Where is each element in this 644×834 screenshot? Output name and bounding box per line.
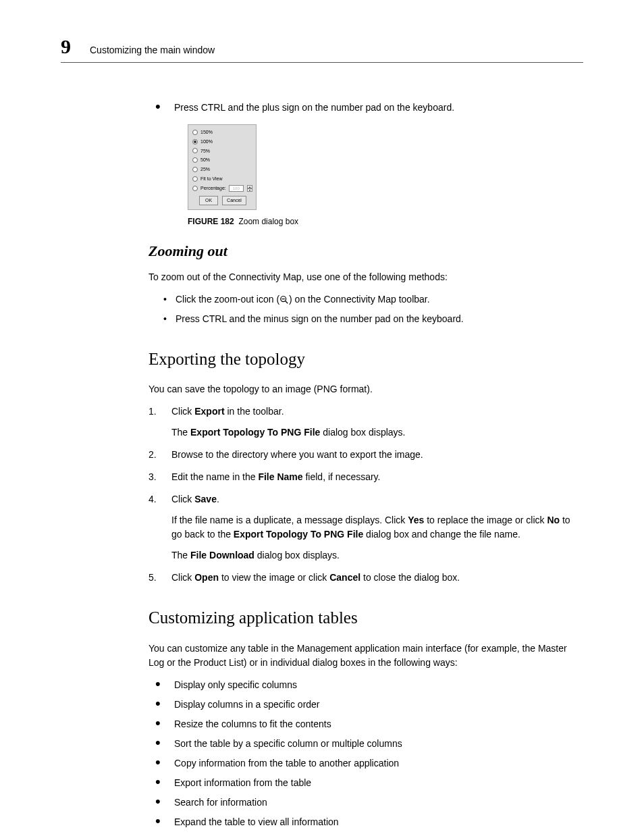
text: dialog box displays. [320,427,405,438]
zoom-option-fit[interactable]: Fit to View [192,176,253,182]
figure-title: Zoom dialog box [238,217,298,226]
text-bold: File Download [190,550,254,561]
text: dialog box and change the file name. [363,529,520,540]
zoom-dialog-figure: 150% 100% 75% 50% 25% Fit to View [188,124,583,210]
text-bold: Yes [408,515,424,525]
spinner[interactable]: ▴▾ [247,185,252,192]
zoom-option-50[interactable]: 50% [192,157,253,163]
text: ) on the Connectivity Map toolbar. [289,294,430,305]
dialog-buttons: OK Cancel [192,196,253,205]
radio-icon [192,139,198,145]
text: field, if necessary. [303,471,381,482]
export-step-1: Click Export in the toolbar. The Export … [149,405,583,440]
figure-number: FIGURE 182 [188,217,234,226]
radio-icon [192,157,198,163]
text: . [217,494,219,504]
tables-bullet: Sort the table by a specific column or m… [155,737,583,751]
cancel-button[interactable]: Cancel [222,196,246,205]
text-bold: Export Topology To PNG File [190,427,320,438]
text: Click [171,406,194,417]
text-bold: Save [194,494,217,504]
zoom-option-label: 100% [200,138,213,145]
text-bold: File Name [258,471,302,482]
tables-bullets: Display only specific columns Display co… [155,678,583,829]
tables-bullet: Display columns in a specific order [155,698,583,712]
zoom-option-25[interactable]: 25% [192,166,253,173]
text: in the toolbar. [225,406,284,417]
text: The [171,427,190,438]
text: Click [171,572,194,583]
zoom-option-label: 25% [200,166,210,173]
exporting-heading: Exporting the topology [149,346,583,372]
text: Click the zoom-out icon ( [176,294,279,305]
text: to replace the image or click [424,515,547,525]
zoom-option-75[interactable]: 75% [192,148,253,155]
text: Click [171,494,194,504]
tables-bullet: Resize the columns to fit the contents [155,717,583,731]
radio-icon [192,148,198,153]
zoom-option-100[interactable]: 100% [192,138,253,145]
export-step-4: Click Save. If the file name is a duplic… [149,492,583,563]
zooming-out-heading: Zooming out [149,240,583,262]
zoom-dialog: 150% 100% 75% 50% 25% Fit to View [188,124,257,210]
text: to close the dialog box. [360,572,460,583]
tables-bullet: Display only specific columns [155,678,583,692]
tables-bullet: Expand the table to view all information [155,815,583,829]
text: The [171,550,190,561]
chapter-number: 9 [61,35,71,58]
zoom-out-bullet-ctrl: Press CTRL and the minus sign on the num… [163,312,583,326]
zoom-out-icon [279,295,289,305]
text: to view the image or click [219,572,329,583]
zoom-out-bullet-icon: Click the zoom-out icon () on the Connec… [163,292,583,307]
export-step-2: Browse to the directory where you want t… [149,448,583,462]
export-steps: Click Export in the toolbar. The Export … [149,405,583,585]
radio-icon [192,186,198,191]
tables-heading: Customizing application tables [149,605,583,631]
text-bold: No [547,515,560,525]
percentage-input[interactable]: 100 [229,185,244,192]
text: Edit the name in the [171,471,258,482]
percentage-label: Percentage: [200,185,226,192]
exporting-intro: You can save the topology to an image (P… [149,382,583,396]
tables-bullet: Copy information from the table to anoth… [155,756,583,771]
zoom-out-methods: Click the zoom-out icon () on the Connec… [163,292,583,326]
export-step1-sub: The Export Topology To PNG File dialog b… [171,425,583,440]
tables-intro: You can customize any table in the Manag… [149,642,583,670]
zoom-option-150[interactable]: 150% [192,129,253,136]
zoom-option-percentage[interactable]: Percentage: 100 ▴▾ [192,185,253,192]
export-step4-sub2: The File Download dialog box displays. [171,548,583,563]
text-bold: Cancel [329,572,360,583]
tables-bullet: Export information from the table [155,776,583,790]
radio-icon [192,167,198,172]
zooming-out-intro: To zoom out of the Connectivity Map, use… [149,270,583,284]
zoom-option-label: 50% [200,157,210,163]
text: dialog box displays. [254,550,340,561]
chapter-title: Customizing the main window [90,45,215,55]
text: If the file name is a duplicate, a messa… [171,515,408,525]
zoom-in-bullet: Press CTRL and the plus sign on the numb… [155,101,583,115]
figure-caption: FIGURE 182 Zoom dialog box [188,215,583,228]
zoom-in-methods: Press CTRL and the plus sign on the numb… [155,101,583,115]
zoom-option-label: Fit to View [200,176,223,182]
page-header: 9 Customizing the main window [61,35,583,63]
text-bold: Export [194,406,224,417]
zoom-option-label: 150% [200,129,213,136]
radio-icon [192,130,198,135]
tables-bullet: Search for information [155,796,583,810]
svg-line-1 [286,301,288,304]
text-bold: Open [194,572,219,583]
export-step4-sub1: If the file name is a duplicate, a messa… [171,513,583,542]
page-content: Press CTRL and the plus sign on the numb… [149,101,583,829]
ok-button[interactable]: OK [199,196,218,205]
export-step-3: Edit the name in the File Name field, if… [149,470,583,484]
export-step-5: Click Open to view the image or click Ca… [149,571,583,585]
radio-icon [192,176,198,182]
spin-down-icon[interactable]: ▾ [247,188,252,192]
zoom-option-label: 75% [200,148,210,155]
text-bold: Export Topology To PNG File [234,529,363,540]
